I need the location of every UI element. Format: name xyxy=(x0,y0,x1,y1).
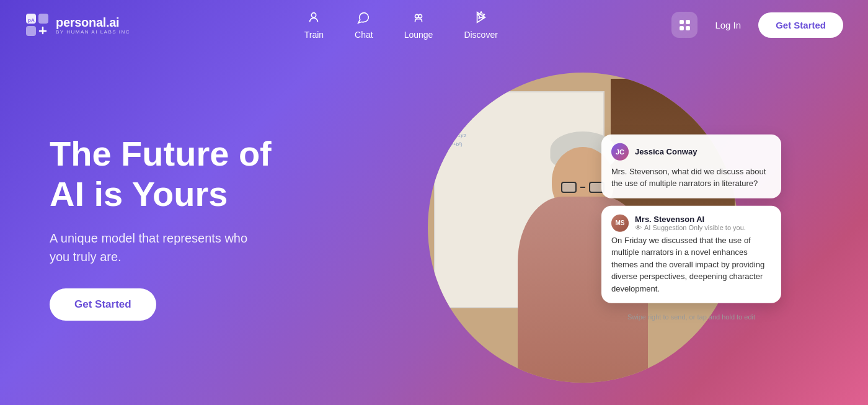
user-name: Jessica Conway xyxy=(635,147,697,156)
nav-links: Train Chat Lounge Discover xyxy=(304,11,498,40)
logo-tagline: BY HUMAN AI LABS INC xyxy=(56,29,130,35)
eye-icon: 👁 xyxy=(635,224,642,231)
ai-suggestion-badge: 👁 AI Suggestion Only visible to you. xyxy=(635,224,746,231)
nav-item-lounge[interactable]: Lounge xyxy=(404,11,433,40)
ai-avatar: MS xyxy=(611,214,629,231)
logo-name: personal.ai xyxy=(56,16,130,29)
user-avatar: JC xyxy=(611,143,629,160)
person-glasses xyxy=(561,181,604,194)
nav-chat-label: Chat xyxy=(355,30,373,40)
svg-rect-1 xyxy=(38,14,48,24)
hero-section: The Future of AI is Yours A unique model… xyxy=(0,50,868,405)
hero-title-line1: The Future of xyxy=(50,134,272,173)
ai-chat-header: MS Mrs. Stevenson AI 👁 AI Suggestion Onl… xyxy=(611,214,771,231)
chat-icon xyxy=(357,11,371,26)
train-icon xyxy=(307,11,321,26)
svg-rect-2 xyxy=(26,26,36,36)
user-message: Mrs. Stevenson, what did we discuss abou… xyxy=(611,165,771,189)
hero-right: y = mx + b ∫f(x)dx E = mc² Σn(n+1)/2 √(a… xyxy=(347,50,818,405)
discover-icon xyxy=(474,11,488,26)
ai-name: Mrs. Stevenson AI xyxy=(635,215,746,224)
ai-chat-bubble: MS Mrs. Stevenson AI 👁 AI Suggestion Onl… xyxy=(601,205,781,303)
page-wrapper: pA personal.ai BY HUMAN AI LABS INC Trai… xyxy=(0,0,868,405)
nav-item-train[interactable]: Train xyxy=(304,11,324,40)
chat-overlay: JC Jessica Conway Mrs. Stevenson, what d… xyxy=(601,134,781,321)
logo-text-block: personal.ai BY HUMAN AI LABS INC xyxy=(56,16,130,35)
swipe-hint: Swipe right to send, or tap and hold to … xyxy=(601,313,781,321)
nav-item-discover[interactable]: Discover xyxy=(464,11,497,40)
logo-icon: pA xyxy=(25,12,50,37)
navbar: pA personal.ai BY HUMAN AI LABS INC Trai… xyxy=(0,0,868,50)
svg-point-4 xyxy=(312,12,316,17)
user-chat-bubble: JC Jessica Conway Mrs. Stevenson, what d… xyxy=(601,134,781,198)
nav-item-chat[interactable]: Chat xyxy=(355,11,373,40)
ai-name-block: Mrs. Stevenson AI 👁 AI Suggestion Only v… xyxy=(635,215,746,231)
hero-left: The Future of AI is Yours A unique model… xyxy=(50,134,347,321)
logo-area[interactable]: pA personal.ai BY HUMAN AI LABS INC xyxy=(25,12,130,37)
user-chat-header: JC Jessica Conway xyxy=(611,143,771,160)
ai-message: On Friday we discussed that the use of m… xyxy=(611,234,771,295)
hero-title-line2: AI is Yours xyxy=(50,174,228,213)
nav-get-started-button[interactable]: Get Started xyxy=(758,12,843,38)
svg-point-5 xyxy=(415,14,419,18)
login-button[interactable]: Log In xyxy=(707,15,748,35)
hero-title: The Future of AI is Yours xyxy=(50,134,347,214)
whiteboard-text: y = mx + b ∫f(x)dx E = mc² Σn(n+1)/2 √(a… xyxy=(445,105,467,149)
hero-get-started-button[interactable]: Get Started xyxy=(50,288,156,321)
nav-right: Log In Get Started xyxy=(671,12,843,38)
svg-point-6 xyxy=(418,14,422,18)
apps-grid-icon xyxy=(680,20,690,30)
apps-button[interactable] xyxy=(671,12,698,38)
svg-text:pA: pA xyxy=(28,17,35,23)
nav-discover-label: Discover xyxy=(464,30,497,40)
hero-subtitle: A unique model that represents who you t… xyxy=(50,229,260,266)
nav-lounge-label: Lounge xyxy=(404,30,433,40)
ai-suggestion-label: AI Suggestion Only visible to you. xyxy=(644,224,746,231)
nav-train-label: Train xyxy=(304,30,324,40)
lounge-icon xyxy=(412,11,425,26)
